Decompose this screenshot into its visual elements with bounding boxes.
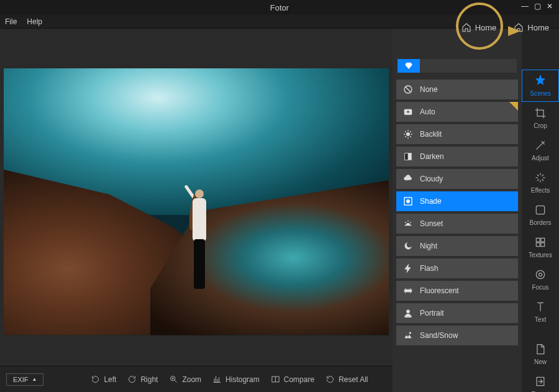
svg-rect-14 (536, 238, 540, 242)
canvas-column: EXIF ▲ Left Right Zoom Histogram (0, 29, 393, 392)
bottom-toolbar: EXIF ▲ Left Right Zoom Histogram (0, 366, 393, 392)
histogram-button[interactable]: Histogram (212, 375, 260, 384)
tab-label: Text (535, 316, 546, 323)
scene-item-auto[interactable]: Auto (396, 102, 518, 122)
rotate-right-button[interactable]: Right (127, 375, 158, 384)
tab-export[interactable]: Export (522, 370, 559, 392)
scene-item-night[interactable]: Night (396, 236, 518, 256)
svg-rect-7 (405, 153, 408, 160)
tab-label: Textures (529, 252, 552, 258)
flash-icon (402, 263, 414, 274)
sandsnow-icon (402, 330, 414, 341)
zoom-icon (169, 375, 178, 384)
reset-all-button[interactable]: Reset All (325, 375, 368, 384)
tab-label: Effects (531, 187, 550, 194)
scene-item-portrait[interactable]: Portrait (396, 303, 518, 323)
scene-item-label: None (420, 85, 438, 94)
menu-file[interactable]: File (5, 17, 17, 26)
scene-item-label: Backlit (420, 130, 442, 139)
scenes-icon (534, 75, 547, 88)
svg-point-5 (406, 132, 409, 135)
home-button-secondary[interactable]: Home (509, 20, 554, 35)
svg-point-9 (406, 199, 409, 203)
scene-list: NoneAutoBacklitDarkenCloudyShadeSunsetNi… (393, 80, 522, 392)
app-title: Fotor (270, 3, 289, 12)
scene-item-backlit[interactable]: Backlit (396, 124, 518, 144)
svg-rect-10 (404, 289, 412, 292)
diamond-icon (404, 62, 413, 70)
effects-icon (534, 171, 547, 185)
scene-item-sandsnow[interactable]: Sand/Snow (396, 326, 518, 345)
darken-icon (402, 151, 414, 162)
photo-preview (4, 68, 389, 335)
maximize-button[interactable]: ▢ (532, 1, 543, 11)
rotate-left-button[interactable]: Left (91, 375, 116, 384)
textures-icon (534, 236, 547, 250)
compare-button[interactable]: Compare (271, 375, 314, 384)
adjust-icon (534, 139, 547, 153)
tab-label: Scenes (530, 90, 550, 97)
scene-item-label: Shade (420, 197, 442, 206)
home-icon (461, 22, 471, 32)
scene-item-label: Sunset (420, 219, 443, 228)
tab-text[interactable]: Text (522, 296, 559, 328)
svg-point-19 (539, 273, 542, 276)
zoom-label: Zoom (182, 375, 201, 384)
tab-borders[interactable]: Borders (522, 199, 559, 231)
tab-label: Crop (534, 122, 547, 129)
scene-item-darken[interactable]: Darken (396, 147, 518, 166)
scene-panel: NoneAutoBacklitDarkenCloudyShadeSunsetNi… (393, 29, 522, 392)
minimize-button[interactable]: — (519, 1, 530, 11)
compare-icon (271, 375, 280, 384)
new-icon (534, 343, 547, 357)
home-icon (514, 22, 524, 32)
sunset-icon (402, 218, 414, 229)
home-label: Home (475, 23, 497, 32)
fluorescent-icon (402, 285, 414, 296)
menu-help[interactable]: Help (27, 17, 42, 26)
rotate-right-icon (127, 375, 137, 384)
chevron-up-icon: ▲ (32, 376, 37, 382)
tab-new[interactable]: New (522, 338, 559, 370)
premium-row (393, 57, 522, 75)
rotate-right-label: Right (140, 375, 158, 384)
window-controls: — ▢ ✕ (519, 1, 555, 11)
export-icon (534, 375, 547, 389)
tab-adjust[interactable]: Adjust (522, 134, 559, 166)
backlit-icon (402, 129, 414, 140)
home-label: Home (527, 23, 549, 32)
exif-button[interactable]: EXIF ▲ (6, 373, 43, 386)
scene-item-none[interactable]: None (396, 80, 518, 99)
tab-effects[interactable]: Effects (522, 166, 559, 199)
tab-label: Adjust (532, 155, 549, 162)
scene-item-cloudy[interactable]: Cloudy (396, 169, 518, 189)
reset-all-label: Reset All (339, 375, 368, 384)
scene-item-label: Night (420, 242, 437, 250)
svg-rect-16 (536, 243, 540, 247)
svg-point-4 (407, 111, 409, 113)
svg-point-12 (409, 332, 411, 334)
scene-item-sunset[interactable]: Sunset (396, 214, 518, 234)
premium-badge[interactable] (398, 59, 420, 73)
svg-point-11 (406, 310, 409, 313)
tab-textures[interactable]: Textures (522, 231, 559, 263)
tab-focus[interactable]: Focus (522, 263, 559, 296)
auto-icon (402, 106, 414, 117)
canvas-area[interactable] (0, 29, 393, 366)
tab-crop[interactable]: Crop (522, 102, 559, 134)
close-button[interactable]: ✕ (544, 1, 555, 11)
scene-item-fluorescent[interactable]: Fluorescent (396, 281, 518, 301)
premium-track[interactable] (420, 59, 517, 73)
scene-item-shade[interactable]: Shade (396, 191, 518, 211)
tab-label: Focus (532, 284, 548, 291)
zoom-button[interactable]: Zoom (169, 375, 201, 384)
home-button-primary[interactable]: Home (457, 20, 502, 35)
svg-rect-17 (541, 243, 545, 247)
borders-icon (534, 204, 547, 217)
text-icon (534, 301, 547, 314)
scene-item-label: Flash (420, 264, 438, 273)
scene-item-flash[interactable]: Flash (396, 258, 518, 278)
histogram-label: Histogram (225, 375, 260, 384)
tab-scenes[interactable]: Scenes (522, 70, 559, 102)
none-icon (402, 84, 414, 95)
